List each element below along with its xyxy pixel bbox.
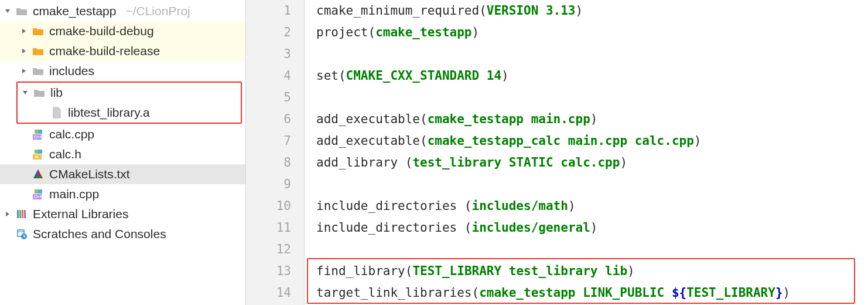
folder-icon — [32, 25, 45, 38]
code-line[interactable] — [316, 43, 868, 65]
code-line[interactable]: add_executable(cmake_testapp_calc main.c… — [316, 130, 868, 152]
svg-text:H: H — [35, 155, 38, 159]
svg-rect-13 — [19, 210, 21, 218]
cpp-file-icon: C++ — [32, 188, 45, 201]
line-number: 7 — [246, 130, 291, 152]
tree-item-label: CMakeLists.txt — [48, 167, 130, 181]
svg-rect-12 — [17, 210, 19, 218]
chevron-right-icon[interactable] — [4, 211, 12, 217]
code-line[interactable]: set(CMAKE_CXX_STANDARD 14) — [316, 65, 868, 87]
code-line[interactable]: include_directories (includes/math) — [316, 195, 868, 217]
svg-rect-7 — [35, 150, 38, 154]
tree-item-calc-cpp[interactable]: C++ calc.cpp — [0, 124, 245, 144]
folder-icon — [32, 45, 45, 57]
editor-gutter: 1 2 3 4 5 6 7 8 9 10 11 12 13 14 — [246, 0, 305, 305]
tree-item-label: Scratches and Consoles — [32, 227, 166, 241]
line-number: 11 — [246, 217, 291, 239]
header-file-icon: H — [32, 148, 45, 161]
line-number: 4 — [246, 65, 291, 87]
tree-item-libfile[interactable]: libtest_library.a — [18, 103, 241, 123]
code-line[interactable]: add_executable(cmake_testapp main.cpp) — [316, 109, 868, 130]
svg-rect-2 — [38, 130, 42, 134]
tree-item-label: calc.h — [48, 147, 81, 161]
tree-item-build-debug[interactable]: cmake-build-debug — [0, 21, 245, 41]
tree-item-label: libtest_library.a — [67, 106, 150, 120]
tree-item-main-cpp[interactable]: C++ main.cpp — [0, 184, 245, 204]
tree-item-build-release[interactable]: cmake-build-release — [0, 41, 245, 61]
scratches-icon — [15, 228, 28, 240]
chevron-down-icon[interactable] — [21, 90, 29, 96]
line-number: 10 — [246, 195, 291, 217]
tree-item-label: main.cpp — [48, 187, 99, 201]
line-number: 14 — [246, 282, 291, 304]
tree-item-label: External Libraries — [32, 207, 128, 221]
svg-rect-6 — [38, 150, 42, 154]
code-line[interactable]: cmake_minimum_required(VERSION 3.13) — [316, 0, 868, 22]
chevron-right-icon[interactable] — [20, 48, 28, 54]
line-number: 6 — [246, 109, 291, 130]
svg-rect-11 — [35, 189, 38, 194]
code-line[interactable] — [316, 87, 868, 109]
file-icon — [50, 106, 63, 119]
svg-text:C++: C++ — [34, 135, 42, 139]
line-number: 5 — [246, 87, 291, 109]
tree-item-cmakelists[interactable]: CMakeLists.txt — [0, 164, 245, 184]
code-line[interactable]: include_directories (includes/general) — [316, 217, 868, 239]
code-line[interactable]: find_library(TEST_LIBRARY test_library l… — [316, 260, 868, 282]
highlight-box-lib: lib libtest_library.a — [16, 82, 242, 124]
line-number: 9 — [246, 174, 291, 195]
svg-text:C++: C++ — [34, 195, 42, 199]
cpp-file-icon: C++ — [32, 128, 45, 141]
tree-item-label: lib — [49, 86, 63, 100]
tree-item-label: calc.cpp — [48, 127, 94, 141]
chevron-right-icon[interactable] — [20, 68, 28, 74]
line-number: 12 — [246, 239, 291, 260]
line-number: 2 — [246, 22, 291, 43]
tree-item-label: includes — [48, 64, 94, 78]
svg-rect-15 — [24, 210, 26, 218]
tree-item-calc-h[interactable]: H calc.h — [0, 144, 245, 164]
code-line[interactable]: target_link_libraries(cmake_testapp LINK… — [316, 282, 868, 304]
tree-item-project-root[interactable]: cmake_testapp ~/CLionProj — [0, 1, 245, 21]
tree-item-lib[interactable]: lib — [18, 83, 241, 103]
line-number: 3 — [246, 43, 291, 65]
cmake-file-icon — [32, 168, 45, 181]
tree-item-path-hint: ~/CLionProj — [119, 4, 190, 18]
line-number: 8 — [246, 152, 291, 174]
editor-area[interactable]: 1 2 3 4 5 6 7 8 9 10 11 12 13 14 cmake_m… — [246, 0, 868, 305]
tree-item-external-libraries[interactable]: External Libraries — [0, 204, 245, 224]
tree-item-label: cmake-build-release — [48, 44, 160, 58]
ide-root: cmake_testapp ~/CLionProj cmake-build-de… — [0, 0, 868, 305]
code-line[interactable]: add_library (test_library STATIC calc.cp… — [316, 152, 868, 174]
code-line[interactable] — [316, 174, 868, 195]
folder-icon — [33, 86, 46, 99]
library-icon — [15, 208, 28, 221]
tree-item-includes[interactable]: includes — [0, 61, 245, 81]
tree-item-label: cmake-build-debug — [48, 24, 154, 38]
editor-code[interactable]: cmake_minimum_required(VERSION 3.13) pro… — [305, 0, 868, 305]
project-tree[interactable]: cmake_testapp ~/CLionProj cmake-build-de… — [0, 0, 246, 305]
svg-rect-14 — [22, 210, 23, 218]
svg-rect-3 — [35, 130, 38, 134]
tree-item-label: cmake_testapp — [32, 4, 116, 18]
svg-rect-10 — [38, 189, 42, 194]
folder-icon — [32, 65, 45, 77]
code-line[interactable]: project(cmake_testapp) — [316, 22, 868, 43]
code-line[interactable] — [316, 239, 868, 260]
chevron-down-icon[interactable] — [4, 8, 12, 14]
line-number: 13 — [246, 260, 291, 282]
tree-item-scratches[interactable]: Scratches and Consoles — [0, 224, 245, 244]
chevron-right-icon[interactable] — [20, 28, 28, 34]
folder-icon — [15, 5, 28, 18]
line-number: 1 — [246, 0, 291, 22]
